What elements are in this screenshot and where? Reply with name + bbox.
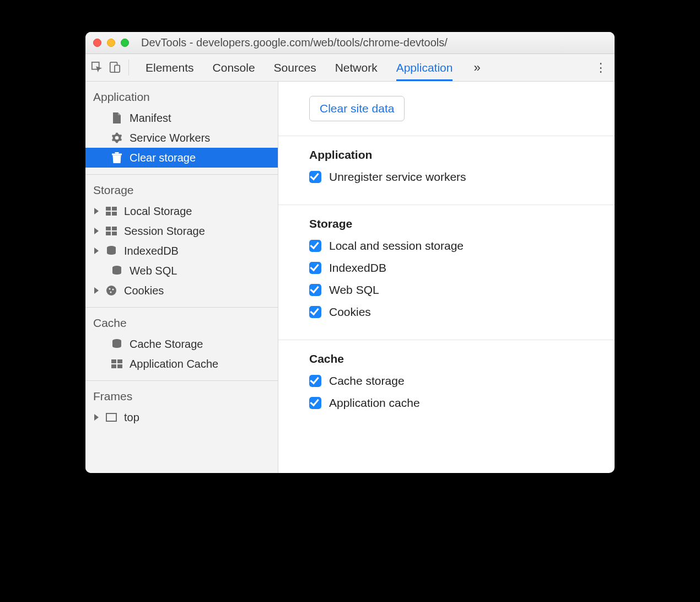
svg-rect-21 — [117, 364, 122, 368]
device-toolbar-icon[interactable] — [109, 61, 121, 73]
inspect-element-icon[interactable] — [91, 61, 103, 73]
section-title: Cache — [309, 352, 615, 366]
sidebar-item-manifest[interactable]: Manifest — [85, 108, 278, 128]
svg-point-16 — [110, 292, 112, 293]
panel-tabs: Elements Console Sources Network Applica… — [146, 54, 453, 81]
svg-rect-10 — [112, 232, 117, 235]
tab-sources[interactable]: Sources — [274, 54, 316, 81]
titlebar: DevTools - developers.google.com/web/too… — [85, 32, 615, 54]
devtools-window: DevTools - developers.google.com/web/too… — [85, 32, 615, 473]
expand-caret-icon — [94, 248, 99, 254]
checkbox-icon — [309, 262, 321, 274]
grid-icon — [104, 227, 119, 235]
clear-storage-panel: Clear site data Application Unregister s… — [278, 82, 615, 473]
devtools-menu-button[interactable]: ⋮ — [593, 61, 609, 75]
database-icon — [110, 338, 124, 350]
clear-site-data-row: Clear site data — [278, 82, 615, 136]
traffic-lights — [93, 39, 129, 47]
cookie-icon — [104, 285, 119, 296]
application-sidebar: Application Manifest Service Workers — [85, 82, 278, 473]
svg-rect-22 — [106, 413, 116, 421]
sidebar-item-cookies[interactable]: Cookies — [85, 281, 278, 300]
sidebar-group-title: Frames — [85, 386, 278, 407]
frame-icon — [104, 413, 119, 422]
expand-caret-icon — [94, 414, 99, 421]
svg-point-15 — [112, 289, 114, 291]
close-window-button[interactable] — [93, 39, 101, 47]
sidebar-group-storage: Storage Local Storage Session Storage — [85, 175, 278, 308]
tab-application[interactable]: Application — [396, 54, 453, 81]
checkbox-icon — [309, 306, 321, 318]
sidebar-item-label: Web SQL — [130, 265, 177, 277]
sidebar-item-application-cache[interactable]: Application Cache — [85, 354, 278, 374]
sidebar-group-title: Storage — [85, 180, 278, 201]
sidebar-item-label: Clear storage — [130, 152, 196, 164]
svg-rect-19 — [117, 359, 122, 363]
sidebar-item-session-storage[interactable]: Session Storage — [85, 221, 278, 241]
section-storage: Storage Local and session storage Indexe… — [278, 205, 615, 340]
svg-point-13 — [106, 286, 116, 295]
checkbox-label: Unregister service workers — [329, 170, 466, 184]
devtools-tabstrip: Elements Console Sources Network Applica… — [85, 54, 615, 82]
checkbox-cookies[interactable]: Cookies — [309, 305, 615, 319]
sidebar-item-cache-storage[interactable]: Cache Storage — [85, 334, 278, 354]
checkbox-indexeddb[interactable]: IndexedDB — [309, 261, 615, 275]
sidebar-item-local-storage[interactable]: Local Storage — [85, 201, 278, 221]
svg-rect-5 — [106, 212, 111, 216]
sidebar-item-clear-storage[interactable]: Clear storage — [85, 148, 278, 168]
sidebar-item-label: Cookies — [124, 284, 164, 297]
sidebar-item-label: Manifest — [130, 112, 171, 125]
sidebar-item-label: Session Storage — [124, 225, 205, 238]
tab-network[interactable]: Network — [335, 54, 378, 81]
sidebar-item-service-workers[interactable]: Service Workers — [85, 128, 278, 148]
checkbox-unregister-service-workers[interactable]: Unregister service workers — [309, 170, 615, 184]
sidebar-group-cache: Cache Cache Storage Application Cache — [85, 308, 278, 381]
minimize-window-button[interactable] — [107, 39, 115, 47]
gear-icon — [110, 132, 124, 143]
expand-caret-icon — [94, 208, 99, 214]
sidebar-item-indexeddb[interactable]: IndexedDB — [85, 241, 278, 261]
sidebar-group-title: Application — [85, 87, 278, 108]
window-title: DevTools - developers.google.com/web/too… — [141, 36, 448, 49]
expand-caret-icon — [94, 287, 99, 294]
svg-rect-8 — [112, 227, 117, 230]
database-icon — [110, 265, 124, 276]
checkbox-icon — [309, 171, 321, 183]
svg-rect-4 — [112, 207, 117, 211]
file-icon — [110, 112, 124, 123]
tab-console[interactable]: Console — [213, 54, 255, 81]
sidebar-item-label: IndexedDB — [124, 245, 179, 257]
checkbox-application-cache[interactable]: Application cache — [309, 396, 615, 410]
checkbox-icon — [309, 240, 321, 252]
checkbox-label: IndexedDB — [329, 261, 386, 275]
svg-rect-2 — [115, 66, 120, 73]
section-title: Storage — [309, 217, 615, 230]
sidebar-item-label: Local Storage — [124, 205, 192, 218]
sidebar-item-label: Service Workers — [130, 132, 210, 144]
svg-point-14 — [109, 288, 111, 290]
checkbox-cache-storage[interactable]: Cache storage — [309, 374, 615, 388]
sidebar-item-top-frame[interactable]: top — [85, 407, 278, 427]
section-application: Application Unregister service workers — [278, 136, 615, 205]
checkbox-websql[interactable]: Web SQL — [309, 283, 615, 297]
checkbox-label: Cookies — [329, 305, 371, 319]
svg-rect-18 — [111, 359, 116, 363]
grid-icon — [104, 207, 119, 216]
checkbox-icon — [309, 284, 321, 296]
grid-icon — [110, 359, 124, 368]
sidebar-item-label: Application Cache — [130, 358, 218, 370]
sidebar-item-websql[interactable]: Web SQL — [85, 261, 278, 281]
svg-rect-3 — [106, 207, 111, 211]
zoom-window-button[interactable] — [121, 39, 129, 47]
tabs-overflow-button[interactable]: » — [473, 61, 480, 75]
tab-elements[interactable]: Elements — [146, 54, 194, 81]
checkbox-label: Local and session storage — [329, 239, 464, 252]
trash-icon — [110, 152, 124, 163]
checkbox-label: Web SQL — [329, 283, 379, 297]
sidebar-group-application: Application Manifest Service Workers — [85, 82, 278, 175]
svg-rect-7 — [106, 227, 111, 230]
sidebar-group-title: Cache — [85, 313, 278, 334]
section-cache: Cache Cache storage Application cache — [278, 340, 615, 431]
clear-site-data-button[interactable]: Clear site data — [309, 96, 405, 121]
checkbox-local-session-storage[interactable]: Local and session storage — [309, 239, 615, 252]
